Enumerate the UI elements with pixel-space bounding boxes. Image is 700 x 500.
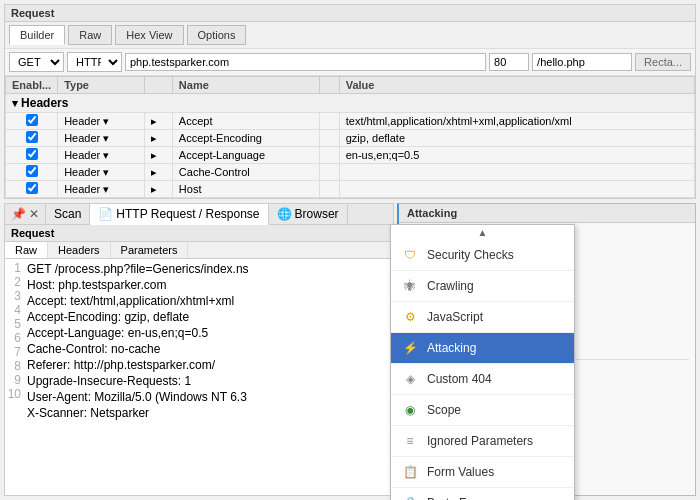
tab-raw[interactable]: Raw: [68, 25, 112, 45]
code-line-8: Upgrade-Insecure-Requests: 1: [27, 373, 391, 389]
tab-browser[interactable]: 🌐 Browser: [269, 204, 348, 224]
request-panel: Request Builder Raw Hex View Options GET…: [4, 4, 696, 199]
protocol-select[interactable]: HTTP HTTPS: [67, 52, 122, 72]
menu-item-security[interactable]: 🛡 Security Checks: [391, 240, 574, 271]
browser-tab-icon: 🌐: [277, 207, 292, 221]
custom404-icon: ◈: [401, 370, 419, 388]
left-tabs: 📌 ✕ Scan 📄 HTTP Request / Response 🌐 Bro…: [5, 204, 393, 225]
request-content[interactable]: 12345 678910 GET /process.php?file=Gener…: [5, 259, 393, 495]
form-icon: 📋: [401, 463, 419, 481]
col-enabled: Enabl...: [6, 77, 58, 94]
menu-label-ignored: Ignored Parameters: [427, 434, 533, 448]
table-row: Header ▾▸ Accept-Encoding gzip, deflate: [6, 130, 695, 147]
col-name: Name: [172, 77, 320, 94]
code-line-7: Referer: http://php.testsparker.com/: [27, 357, 391, 373]
code-line-5: Accept-Language: en-us,en;q=0.5: [27, 325, 391, 341]
close-icon[interactable]: ✕: [29, 207, 39, 221]
http-tab-label: HTTP Request / Response: [116, 207, 259, 221]
tab-options[interactable]: Options: [187, 25, 247, 45]
menu-label-formvalues: Form Values: [427, 465, 494, 479]
crawl-icon: 🕷: [401, 277, 419, 295]
headers-table: Enabl... Type Name Value ▾ Headers Head: [5, 76, 695, 198]
code-lines-col: GET /process.php?file=Generics/index.ns …: [27, 261, 391, 421]
col-arrow1: [144, 77, 172, 94]
menu-label-security: Security Checks: [427, 248, 514, 262]
nav-dropdown-menu: ▲ 🛡 Security Checks 🕷 Crawling ⚙ JavaScr…: [390, 224, 575, 496]
header-check-3[interactable]: [26, 165, 38, 177]
table-row: Header ▾▸ Host: [6, 181, 695, 198]
code-line-6: Cache-Control: no-cache: [27, 341, 391, 357]
req-tab-headers[interactable]: Headers: [48, 242, 111, 258]
menu-item-custom404[interactable]: ◈ Custom 404: [391, 364, 574, 395]
code-block: 12345 678910 GET /process.php?file=Gener…: [7, 261, 391, 421]
url-row: GET POST HTTP HTTPS Recta...: [5, 49, 695, 76]
req-tab-raw[interactable]: Raw: [5, 242, 48, 258]
tab-builder[interactable]: Builder: [9, 25, 65, 45]
col-arrow2: [320, 77, 339, 94]
table-row: Header ▾▸ Cache-Control: [6, 164, 695, 181]
url-input[interactable]: [125, 53, 486, 71]
header-check-1[interactable]: [26, 131, 38, 143]
panel-title: Request: [5, 5, 695, 22]
headers-section-row: ▾ Headers: [6, 94, 695, 113]
code-line-2: Host: php.testsparker.com: [27, 277, 391, 293]
table-row: Header ▾▸ Accept-Language en-us,en;q=0.5: [6, 147, 695, 164]
shield-icon: 🛡: [401, 246, 419, 264]
menu-label-attacking: Attacking: [427, 341, 476, 355]
ignored-icon: ≡: [401, 432, 419, 450]
menu-item-formvalues[interactable]: 📋 Form Values: [391, 457, 574, 488]
recta-button[interactable]: Recta...: [635, 53, 691, 71]
menu-label-javascript: JavaScript: [427, 310, 483, 324]
line-numbers-col: 12345 678910: [7, 261, 27, 421]
browser-tab-label: Browser: [295, 207, 339, 221]
http-tab-icon: 📄: [98, 207, 113, 221]
port-input[interactable]: [489, 53, 529, 71]
tab-http-request[interactable]: 📄 HTTP Request / Response: [90, 204, 268, 225]
menu-item-bruteforce[interactable]: 🔒 Brute Force: [391, 488, 574, 496]
col-value: Value: [339, 77, 694, 94]
req-tab-params[interactable]: Parameters: [111, 242, 189, 258]
pin-icon: 📌: [11, 207, 26, 221]
code-line-10: X-Scanner: Netsparker: [27, 405, 391, 421]
brute-icon: 🔒: [401, 494, 419, 496]
header-check-2[interactable]: [26, 148, 38, 160]
code-line-4: Accept-Encoding: gzip, deflate: [27, 309, 391, 325]
menu-label-custom404: Custom 404: [427, 372, 492, 386]
attack-icon: ⚡: [401, 339, 419, 357]
code-line-3: Accept: text/html,application/xhtml+xml: [27, 293, 391, 309]
menu-item-crawling[interactable]: 🕷 Crawling: [391, 271, 574, 302]
scan-side-label[interactable]: 📌 ✕: [5, 204, 46, 224]
scroll-up-arrow[interactable]: ▲: [391, 225, 574, 240]
menu-item-javascript[interactable]: ⚙ JavaScript: [391, 302, 574, 333]
table-row: Header ▾▸ Accept text/html,application/x…: [6, 113, 695, 130]
tab-bar: Builder Raw Hex View Options: [5, 22, 695, 49]
bottom-area: 📌 ✕ Scan 📄 HTTP Request / Response 🌐 Bro…: [4, 203, 696, 496]
menu-label-crawling: Crawling: [427, 279, 474, 293]
col-type: Type: [58, 77, 144, 94]
request-label: Request: [5, 225, 393, 242]
method-select[interactable]: GET POST: [9, 52, 64, 72]
tab-scan[interactable]: Scan: [46, 204, 90, 224]
attacking-title: Attacking: [399, 204, 695, 223]
menu-item-ignored[interactable]: ≡ Ignored Parameters: [391, 426, 574, 457]
menu-item-attacking[interactable]: ⚡ Attacking: [391, 333, 574, 364]
code-line-9: User-Agent: Mozilla/5.0 (Windows NT 6.3: [27, 389, 391, 405]
left-panel: 📌 ✕ Scan 📄 HTTP Request / Response 🌐 Bro…: [4, 203, 394, 496]
path-input[interactable]: [532, 53, 632, 71]
code-line-1: GET /process.php?file=Generics/index.ns: [27, 261, 391, 277]
req-tabs: Raw Headers Parameters: [5, 242, 393, 259]
scope-icon: ◉: [401, 401, 419, 419]
header-check-4[interactable]: [26, 182, 38, 194]
menu-item-scope[interactable]: ◉ Scope: [391, 395, 574, 426]
scan-tab-label: Scan: [54, 207, 81, 221]
request-sub-panel: Request Raw Headers Parameters 12345 678…: [5, 225, 393, 495]
menu-label-scope: Scope: [427, 403, 461, 417]
js-icon: ⚙: [401, 308, 419, 326]
tab-hexview[interactable]: Hex View: [115, 25, 183, 45]
header-check-0[interactable]: [26, 114, 38, 126]
